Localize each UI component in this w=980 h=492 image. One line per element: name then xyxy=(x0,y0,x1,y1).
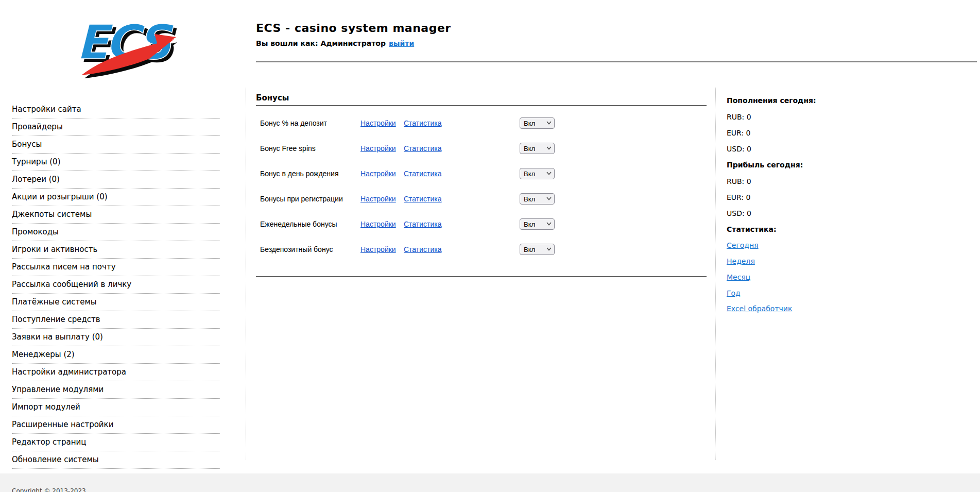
statistics-title: Статистика: xyxy=(727,224,777,234)
logout-link[interactable]: выйти xyxy=(389,39,414,47)
header-divider xyxy=(256,61,977,62)
login-status-text: Вы вошли как: Администратор xyxy=(256,39,386,47)
bonus-row-birthday: Бонус в день рождения Настройки Статисти… xyxy=(256,165,712,182)
bonus-row-registration: Бонусы при регистрации Настройки Статист… xyxy=(256,190,712,208)
bonus-row-free-spins: Бонус Free spins Настройки Статистика Вк… xyxy=(256,140,712,157)
bonus-row-no-deposit: Бездепозитный бонус Настройки Статистика… xyxy=(256,241,712,258)
bonus-toggle-select[interactable]: Вкл xyxy=(520,143,555,154)
bonus-toggle-select[interactable]: Вкл xyxy=(520,168,555,179)
statistics-link[interactable]: Статистика xyxy=(404,190,442,208)
bonuses-heading: Бонусы xyxy=(256,93,289,103)
sidebar-main-divider xyxy=(246,88,246,460)
profit-usd-value: USD: 0 xyxy=(727,208,751,218)
bonus-label: Бонусы при регистрации xyxy=(260,190,343,208)
bonus-label: Бонус в день рождения xyxy=(260,165,339,182)
sidebar-item-page-editor[interactable]: Редактор страниц xyxy=(12,434,220,451)
sidebar-item-jackpots[interactable]: Джекпоты системы xyxy=(12,206,220,224)
settings-link[interactable]: Настройки xyxy=(360,165,396,182)
bonuses-bottom-divider xyxy=(256,276,707,277)
profit-today-title: Прибыль сегодня: xyxy=(727,160,803,170)
bonus-toggle-wrap: Вкл xyxy=(520,244,555,255)
sidebar-item-module-management[interactable]: Управление модулями xyxy=(12,381,220,399)
settings-link[interactable]: Настройки xyxy=(360,241,396,258)
sidebar-item-advanced-settings[interactable]: Расширенные настройки xyxy=(12,416,220,434)
stats-month-link[interactable]: Месяц xyxy=(727,272,750,282)
sidebar-item-managers[interactable]: Менеджеры (2) xyxy=(12,346,220,364)
sidebar-item-site-settings[interactable]: Настройки сайта xyxy=(12,101,220,118)
bonuses-top-divider xyxy=(256,105,707,106)
bonus-toggle-wrap: Вкл xyxy=(520,143,555,154)
page-title: ECS - casino system manager xyxy=(256,22,451,35)
bonus-toggle-wrap: Вкл xyxy=(520,117,555,129)
bonus-toggle-wrap: Вкл xyxy=(520,168,555,179)
deposits-today-title: Пополнения сегодня: xyxy=(727,95,816,106)
login-status: Вы вошли как: Администраторвыйти xyxy=(256,39,414,47)
bonus-toggle-wrap: Вкл xyxy=(520,193,555,205)
sidebar-item-email-mailing[interactable]: Рассылка писем на почту xyxy=(12,259,220,276)
settings-link[interactable]: Настройки xyxy=(360,140,396,157)
sidebar-item-promocodes[interactable]: Промокоды xyxy=(12,224,220,241)
sidebar-item-bonuses[interactable]: Бонусы xyxy=(12,136,220,154)
sidebar-item-promotions[interactable]: Акции и розыгрыши (0) xyxy=(12,189,220,206)
settings-link[interactable]: Настройки xyxy=(360,114,396,132)
sidebar-item-payment-systems[interactable]: Платёжные системы xyxy=(12,294,220,311)
sidebar-item-lotteries[interactable]: Лотереи (0) xyxy=(12,171,220,189)
bonus-label: Бонус Free spins xyxy=(260,140,316,157)
profit-eur-value: EUR: 0 xyxy=(727,192,750,202)
sidebar-item-module-import[interactable]: Импорт модулей xyxy=(12,399,220,416)
stats-week-link[interactable]: Неделя xyxy=(727,256,755,266)
bonus-toggle-select[interactable]: Вкл xyxy=(520,193,555,205)
main-panel-divider xyxy=(715,88,716,460)
sidebar-menu: Настройки сайта Провайдеры Бонусы Турнир… xyxy=(12,101,220,469)
settings-link[interactable]: Настройки xyxy=(360,215,396,233)
footer: Copyright © 2013-2023 xyxy=(0,473,980,492)
settings-link[interactable]: Настройки xyxy=(360,190,396,208)
stats-excel-link[interactable]: Excel обработчик xyxy=(727,303,792,314)
bonus-row-deposit-percent: Бонус % на депозит Настройки Статистика … xyxy=(256,114,712,132)
statistics-link[interactable]: Статистика xyxy=(404,114,442,132)
bonus-toggle-wrap: Вкл xyxy=(520,218,555,230)
ecs-logo[interactable]: ECS ECS xyxy=(71,7,177,79)
statistics-link[interactable]: Статистика xyxy=(404,140,442,157)
statistics-link[interactable]: Статистика xyxy=(404,241,442,258)
bonus-label: Еженедельные бонусы xyxy=(260,215,337,233)
sidebar-item-players[interactable]: Игроки и активность xyxy=(12,241,220,259)
deposits-usd-value: USD: 0 xyxy=(727,144,751,154)
ecs-logo-image: ECS ECS xyxy=(71,7,177,79)
bonus-toggle-select[interactable]: Вкл xyxy=(520,218,555,230)
sidebar-item-admin-settings[interactable]: Настройки администратора xyxy=(12,364,220,381)
sidebar-item-payout-requests[interactable]: Заявки на выплату (0) xyxy=(12,329,220,346)
stats-today-link[interactable]: Сегодня xyxy=(727,240,759,250)
sidebar-item-incoming-funds[interactable]: Поступление средств xyxy=(12,311,220,329)
sidebar-item-system-update[interactable]: Обновление системы xyxy=(12,451,220,469)
sidebar-item-providers[interactable]: Провайдеры xyxy=(12,118,220,136)
bonus-toggle-select[interactable]: Вкл xyxy=(520,244,555,255)
sidebar-item-pm-mailing[interactable]: Рассылка сообщений в личку xyxy=(12,276,220,294)
bonus-label: Бездепозитный бонус xyxy=(260,241,333,258)
bonus-row-weekly: Еженедельные бонусы Настройки Статистика… xyxy=(256,215,712,233)
bonus-toggle-select[interactable]: Вкл xyxy=(520,117,555,129)
deposits-eur-value: EUR: 0 xyxy=(727,128,750,138)
copyright-text: Copyright © 2013-2023 xyxy=(12,487,86,492)
statistics-link[interactable]: Статистика xyxy=(404,215,442,233)
sidebar-item-tournaments[interactable]: Турниры (0) xyxy=(12,154,220,171)
deposits-rub-value: RUB: 0 xyxy=(727,112,751,122)
bonus-label: Бонус % на депозит xyxy=(260,114,327,132)
profit-rub-value: RUB: 0 xyxy=(727,176,751,186)
statistics-link[interactable]: Статистика xyxy=(404,165,442,182)
stats-year-link[interactable]: Год xyxy=(727,288,741,298)
